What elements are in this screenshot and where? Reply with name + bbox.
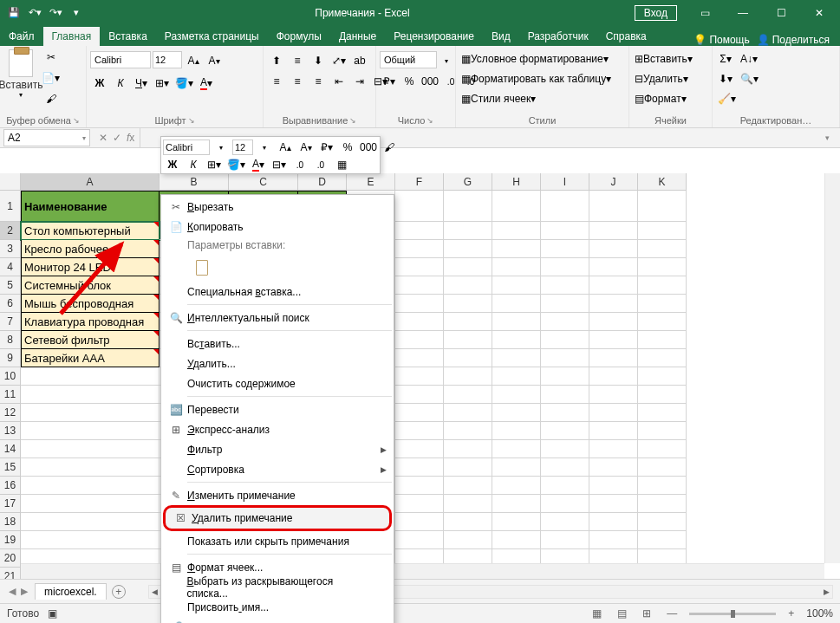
align-center-icon[interactable]: ≡ xyxy=(288,72,307,91)
mini-percent-icon[interactable]: % xyxy=(338,138,357,157)
sheet-next-icon[interactable]: ▶ xyxy=(19,586,29,597)
row-header-5[interactable]: 5 xyxy=(0,276,21,295)
cell-G9[interactable] xyxy=(444,349,492,367)
menu-item[interactable]: Удалить... xyxy=(161,354,394,373)
cell-H3[interactable] xyxy=(492,240,541,258)
row-header-2[interactable]: 2 xyxy=(0,222,21,240)
column-header-C[interactable]: C xyxy=(229,173,298,191)
align-right-icon[interactable]: ≡ xyxy=(309,72,328,91)
insert-cells-button[interactable]: ⊞ Вставить▾ xyxy=(633,49,708,68)
tab-data[interactable]: Данные xyxy=(330,27,385,46)
cell-K13[interactable] xyxy=(638,422,687,440)
increase-indent-icon[interactable]: ⇥ xyxy=(350,72,369,91)
cell-A1[interactable]: Наименование xyxy=(21,191,160,222)
cell-F7[interactable] xyxy=(395,313,444,331)
ribbon-options-icon[interactable]: ▭ xyxy=(687,0,722,25)
sort-filter-icon[interactable]: A↓▾ xyxy=(739,49,759,68)
cell-G12[interactable] xyxy=(444,404,492,422)
cell-A4[interactable]: Монитор 24 LED xyxy=(21,258,160,276)
menu-item[interactable]: 🔤Перевести xyxy=(161,399,394,419)
redo-icon[interactable]: ↷▾ xyxy=(47,4,64,22)
cut-icon[interactable]: ✂ xyxy=(40,48,62,67)
sheet-tab[interactable]: microexcel. xyxy=(35,583,107,600)
cell-J14[interactable] xyxy=(589,440,638,458)
cell-H18[interactable] xyxy=(492,513,541,531)
cell-A13[interactable] xyxy=(21,422,160,440)
cell-I11[interactable] xyxy=(541,386,589,404)
menu-item[interactable]: Сортировка▶ xyxy=(161,459,394,479)
cell-G3[interactable] xyxy=(444,240,492,258)
cell-J6[interactable] xyxy=(589,295,638,313)
menu-item[interactable]: ✎Изменить примечание xyxy=(161,485,394,505)
cell-styles-button[interactable]: ▦ Стили ячеек▾ xyxy=(459,89,625,108)
comma-icon[interactable]: 000 xyxy=(420,72,440,91)
decrease-indent-icon[interactable]: ⇤ xyxy=(329,72,348,91)
column-header-I[interactable]: I xyxy=(541,173,589,191)
cell-G15[interactable] xyxy=(444,458,492,477)
cell-A18[interactable] xyxy=(21,513,160,531)
login-button[interactable]: Вход xyxy=(635,5,677,21)
vertical-scrollbar[interactable] xyxy=(824,173,840,563)
macro-record-icon[interactable]: ▣ xyxy=(48,607,57,620)
cell-I4[interactable] xyxy=(541,258,589,276)
cell-G11[interactable] xyxy=(444,386,492,404)
tab-formulas[interactable]: Формулы xyxy=(268,27,330,46)
cell-J7[interactable] xyxy=(589,313,638,331)
cell-G7[interactable] xyxy=(444,313,492,331)
expand-formula-bar-icon[interactable]: ▾ xyxy=(817,128,837,147)
menu-item[interactable]: Присвоить имя... xyxy=(161,597,394,617)
mini-format-painter-icon[interactable]: 🖌 xyxy=(380,138,399,157)
cell-J11[interactable] xyxy=(589,386,638,404)
menu-item[interactable]: 🔍Интеллектуальный поиск xyxy=(161,308,394,328)
cell-J13[interactable] xyxy=(589,422,638,440)
row-header-8[interactable]: 8 xyxy=(0,331,21,349)
cell-F3[interactable] xyxy=(395,240,444,258)
cell-H4[interactable] xyxy=(492,258,541,276)
cell-J16[interactable] xyxy=(589,477,638,495)
row-header-3[interactable]: 3 xyxy=(0,240,21,258)
sheet-prev-icon[interactable]: ◀ xyxy=(7,586,17,597)
number-format-select[interactable] xyxy=(380,51,437,68)
zoom-out-button[interactable]: — xyxy=(663,607,680,620)
cell-I6[interactable] xyxy=(541,295,589,313)
cell-I7[interactable] xyxy=(541,313,589,331)
cell-K19[interactable] xyxy=(638,531,687,549)
cell-J8[interactable] xyxy=(589,331,638,349)
cell-G19[interactable] xyxy=(444,531,492,549)
cell-I1[interactable] xyxy=(541,191,589,222)
cell-J3[interactable] xyxy=(589,240,638,258)
menu-item[interactable]: Очистить содержимое xyxy=(161,373,394,393)
cell-G16[interactable] xyxy=(444,477,492,495)
cell-H9[interactable] xyxy=(492,349,541,367)
autosum-icon[interactable]: Σ▾ xyxy=(716,49,735,68)
row-header-7[interactable]: 7 xyxy=(0,313,21,331)
mini-conditional-format-icon[interactable]: ▦ xyxy=(332,155,351,174)
cell-J18[interactable] xyxy=(589,513,638,531)
menu-item[interactable]: 📄Копировать xyxy=(161,217,394,237)
cell-K9[interactable] xyxy=(638,349,687,367)
cell-F19[interactable] xyxy=(395,531,444,549)
mini-decrease-decimal-icon[interactable]: .0 xyxy=(290,155,309,174)
mini-increase-font-icon[interactable]: A▴ xyxy=(276,138,295,157)
fill-color-icon[interactable]: 🪣▾ xyxy=(173,74,195,93)
row-header-10[interactable]: 10 xyxy=(0,367,21,386)
cell-A10[interactable] xyxy=(21,367,160,386)
cell-I13[interactable] xyxy=(541,422,589,440)
menu-item[interactable]: Специальная вставка... xyxy=(161,282,394,302)
cell-A5[interactable]: Системный блок xyxy=(21,276,160,295)
align-left-icon[interactable]: ≡ xyxy=(267,72,286,91)
row-header-13[interactable]: 13 xyxy=(0,422,21,440)
cell-J17[interactable] xyxy=(589,495,638,513)
column-header-F[interactable]: F xyxy=(395,173,444,191)
cell-J9[interactable] xyxy=(589,349,638,367)
enter-formula-icon[interactable]: ✓ xyxy=(113,132,121,144)
column-header-J[interactable]: J xyxy=(589,173,638,191)
cell-G6[interactable] xyxy=(444,295,492,313)
cell-F2[interactable] xyxy=(395,222,444,240)
fill-icon[interactable]: ⬇▾ xyxy=(716,69,735,88)
fx-icon[interactable]: fx xyxy=(127,132,134,144)
tab-home[interactable]: Главная xyxy=(43,27,101,46)
delete-cells-button[interactable]: ⊟ Удалить▾ xyxy=(633,69,708,88)
share-button[interactable]: 👤 Поделиться xyxy=(757,34,830,46)
orientation-icon[interactable]: ⤢▾ xyxy=(329,51,348,70)
